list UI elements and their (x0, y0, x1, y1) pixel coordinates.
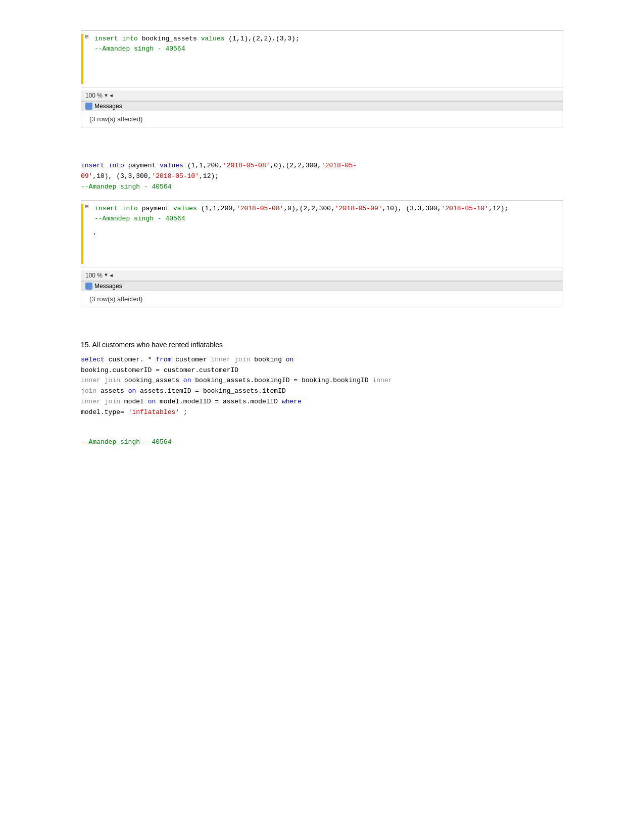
zoom-level-1[interactable]: 100 % (85, 92, 103, 99)
toolbar-arrow-2[interactable]: ▼ (105, 272, 108, 278)
code-line-2-1: insert into payment values (1,1,200,'201… (94, 204, 558, 214)
payment-intro-line2: 09',10), (3,3,300,'2018-05-10',12); (81, 171, 563, 182)
messages-icon-2 (85, 283, 92, 290)
result-container-2: (3 row(s) affected) (81, 291, 563, 307)
code-line-1-2: --Amandep singh - 40564 (94, 44, 558, 54)
messages-icon-1 (85, 103, 92, 110)
code-editor-1: ⊞ insert into booking_assets values (1,1… (81, 30, 563, 111)
toolbar-arrow-1[interactable]: ▼ (105, 93, 108, 99)
query-15-code: select customer. * from customer inner j… (81, 355, 563, 418)
messages-label-1: Messages (94, 103, 122, 110)
query-line-1: select customer. * from customer inner j… (81, 355, 563, 365)
toolbar-left-2[interactable]: ◀ (110, 272, 113, 279)
section-15: 15. All customers who have rented inflat… (81, 341, 563, 446)
comment-15: --Amandep singh - 40564 (81, 438, 563, 446)
query-line-4: join assets on assets.itemID = booking_a… (81, 386, 563, 397)
payment-intro-line1: insert into payment values (1,1,200,'201… (81, 161, 563, 171)
payment-intro-line3: --Amandep singh - 40564 (81, 182, 563, 193)
query-line-2: booking.customerID = customer.customerID (81, 365, 563, 376)
result-container-1: (3 row(s) affected) (81, 111, 563, 127)
result-text-2: (3 row(s) affected) (89, 295, 142, 303)
collapse-icon-2[interactable]: ⊞ (84, 204, 89, 209)
query-line-6: model.type= 'inflatables' ; (81, 407, 563, 418)
messages-label-2: Messages (94, 283, 122, 290)
code-editor-2: ⊞ insert into payment values (1,1,200,'2… (81, 200, 563, 291)
messages-tab-1[interactable]: Messages (81, 101, 563, 111)
toolbar-2: 100 % ▼ ◀ (81, 270, 563, 281)
zoom-level-2[interactable]: 100 % (85, 272, 103, 279)
code-line-2-2: --Amandep singh - 40564 (94, 214, 558, 224)
toolbar-1: 100 % ▼ ◀ (81, 90, 563, 101)
code-line-1-1: insert into booking_assets values (1,1),… (94, 34, 558, 44)
messages-tab-2[interactable]: Messages (81, 281, 563, 291)
query-line-5: inner join model on model.modelID = asse… (81, 397, 563, 407)
collapse-icon-1[interactable]: ⊞ (84, 34, 89, 39)
section-heading-15: 15. All customers who have rented inflat… (81, 341, 563, 349)
payment-intro: insert into payment values (1,1,200,'201… (81, 161, 563, 192)
result-text-1: (3 row(s) affected) (89, 115, 142, 123)
query-line-3: inner join booking_assets on booking_ass… (81, 376, 563, 386)
toolbar-left-1[interactable]: ◀ (110, 92, 113, 99)
